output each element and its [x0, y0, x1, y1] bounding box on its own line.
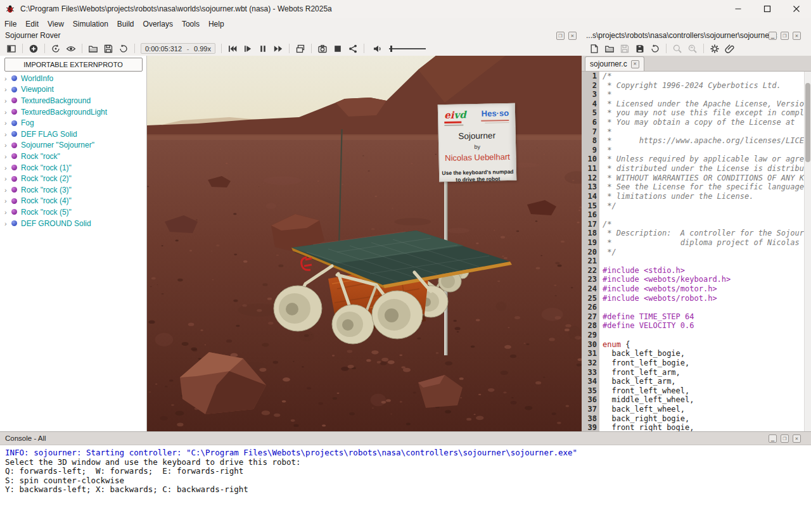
expand-chevron-icon[interactable]: ›: [4, 86, 11, 93]
expand-chevron-icon[interactable]: ›: [4, 153, 11, 160]
panel-close-icon[interactable]: ✕: [568, 32, 577, 40]
menu-build[interactable]: Build: [113, 19, 139, 29]
sign-author: Nicolas Uebelhart: [439, 151, 515, 163]
tab-sojourner-c[interactable]: sojourner.c ✕: [585, 56, 644, 71]
window-controls: [724, 0, 811, 18]
panel-close-icon[interactable]: ✕: [793, 32, 801, 40]
toolbar-separator: [221, 44, 222, 53]
tree-node-sojourner-sojourner-[interactable]: ›Sojourner "Sojourner": [0, 140, 146, 151]
console-line: Q: forwards-left; W: forwards; E: forwar…: [5, 467, 806, 476]
save-all-icon[interactable]: [634, 42, 646, 55]
menu-tools[interactable]: Tools: [177, 19, 204, 29]
menu-simulation[interactable]: Simulation: [68, 19, 113, 29]
panel-toggle-icon[interactable]: [5, 42, 18, 55]
editor-scrollbar-thumb[interactable]: [805, 83, 810, 162]
expand-chevron-icon[interactable]: ›: [4, 141, 11, 149]
save-file-icon: [618, 42, 631, 55]
tree-node-rock-rock-3-[interactable]: ›Rock "rock (3)": [0, 184, 146, 196]
3d-viewport[interactable]: eivd Hes·so Sojourner by Nicolas Uebelha…: [147, 56, 582, 431]
tree-node-texturedbackground[interactable]: ›TexturedBackground: [0, 95, 146, 106]
render-eye-icon[interactable]: [65, 42, 77, 55]
tree-node-rock-rock-5-[interactable]: ›Rock "rock (5)": [0, 206, 146, 218]
front-right-wheel: [372, 291, 423, 339]
pause-icon[interactable]: [257, 42, 269, 55]
reload-file-icon[interactable]: [649, 42, 661, 55]
close-button[interactable]: [782, 0, 811, 18]
open-world-icon[interactable]: [87, 42, 99, 55]
importable-externproto-button[interactable]: IMPORTABLE EXTERNPROTO: [4, 58, 143, 72]
volume-slider[interactable]: [389, 48, 426, 49]
volume-icon[interactable]: [371, 42, 384, 55]
expand-chevron-icon[interactable]: ›: [4, 197, 11, 205]
movie-record-icon[interactable]: [331, 42, 344, 55]
tab-close-icon[interactable]: ✕: [631, 60, 639, 68]
preferences-gear-icon[interactable]: [708, 42, 721, 55]
panel-float-icon[interactable]: ❐: [781, 32, 789, 40]
code-area[interactable]: 1/*2 * Copyright 1996-2024 Cyberbotics L…: [582, 72, 811, 432]
expand-chevron-icon[interactable]: ›: [4, 208, 11, 216]
title-bar: C:\Program Files\Webots\projects\robots\…: [0, 0, 811, 18]
rewind-icon[interactable]: [226, 42, 239, 55]
virtual-time: 0:00:05:312: [145, 45, 182, 53]
expand-chevron-icon[interactable]: ›: [4, 119, 11, 127]
node-type-icon: [11, 142, 17, 148]
tree-node-rock-rock-[interactable]: ›Rock "rock": [0, 151, 146, 162]
new-file-icon[interactable]: [588, 42, 601, 55]
tree-node-viewpoint[interactable]: ›Viewpoint: [0, 84, 146, 96]
tree-node-rock-rock-1-[interactable]: ›Rock "rock (1)": [0, 162, 146, 174]
add-node-icon[interactable]: [27, 42, 40, 55]
panel-float-icon[interactable]: ❐: [556, 32, 565, 40]
code-line: 21: [582, 256, 811, 266]
share-icon[interactable]: [347, 42, 359, 55]
expand-chevron-icon[interactable]: ›: [4, 97, 11, 104]
reset-simulation-icon[interactable]: [49, 42, 62, 55]
tree-node-rock-rock-4-[interactable]: ›Rock "rock (4)": [0, 196, 146, 207]
code-line: 30enum {: [582, 340, 811, 350]
editor-scrollbar[interactable]: [804, 72, 811, 432]
tree-node-fog[interactable]: ›Fog: [0, 117, 146, 129]
panel-close-icon[interactable]: ✕: [793, 434, 801, 443]
sign-logos: eivd Hes·so: [438, 104, 515, 126]
paperclip-icon[interactable]: [724, 42, 736, 55]
expand-chevron-icon[interactable]: ›: [4, 108, 11, 116]
menu-overlays[interactable]: Overlays: [139, 19, 177, 29]
viewport-3d-icon[interactable]: [294, 42, 307, 55]
minimize-button[interactable]: [724, 0, 753, 18]
reload-world-icon[interactable]: [117, 42, 130, 55]
code-line: 4 * Licensed under the Apache License, V…: [582, 99, 811, 109]
code-line: 7 *: [582, 127, 811, 137]
fast-forward-icon[interactable]: [272, 42, 284, 55]
expand-chevron-icon[interactable]: ›: [4, 220, 11, 227]
panel-minimize-icon[interactable]: ▁: [769, 32, 777, 40]
expand-chevron-icon[interactable]: ›: [4, 130, 11, 138]
expand-chevron-icon[interactable]: ›: [4, 164, 11, 172]
save-world-icon[interactable]: [102, 42, 115, 55]
code-line: 3 *: [582, 90, 811, 99]
tree-node-rock-rock-2-[interactable]: ›Rock "rock (2)": [0, 173, 146, 184]
tree-node-def-ground-solid[interactable]: ›DEF GROUND Solid: [0, 218, 146, 229]
code-line: 29: [582, 331, 811, 340]
menu-help[interactable]: Help: [204, 19, 229, 29]
step-forward-icon[interactable]: [241, 42, 254, 55]
open-file-icon[interactable]: [603, 42, 616, 55]
screenshot-camera-icon[interactable]: [316, 42, 329, 55]
tree-node-texturedbackgroundlight[interactable]: ›TexturedBackgroundLight: [0, 106, 146, 118]
node-type-icon: [11, 187, 17, 193]
scene-tree-panel: IMPORTABLE EXTERNPROTO ›WorldInfo›Viewpo…: [0, 56, 147, 431]
expand-chevron-icon[interactable]: ›: [4, 175, 11, 182]
menu-view[interactable]: View: [43, 19, 68, 29]
volume-slider-handle[interactable]: [390, 46, 392, 52]
code-line: 22#include <stdio.h>: [582, 266, 811, 276]
expand-chevron-icon[interactable]: ›: [4, 75, 11, 82]
panel-float-icon[interactable]: ❐: [781, 434, 789, 443]
tree-node-def-flag-solid[interactable]: ›DEF FLAG Solid: [0, 129, 146, 140]
node-type-icon: [11, 98, 17, 103]
tree-node-worldinfo[interactable]: ›WorldInfo: [0, 73, 146, 84]
panel-minimize-icon[interactable]: ▁: [769, 434, 777, 443]
menu-edit[interactable]: Edit: [21, 19, 43, 29]
sign-instructions: Use the keyboard's numpad to drive the r…: [440, 168, 516, 184]
maximize-button[interactable]: [753, 0, 782, 18]
window-title: C:\Program Files\Webots\projects\robots\…: [20, 4, 332, 13]
menu-file[interactable]: File: [0, 19, 21, 29]
expand-chevron-icon[interactable]: ›: [4, 186, 11, 194]
